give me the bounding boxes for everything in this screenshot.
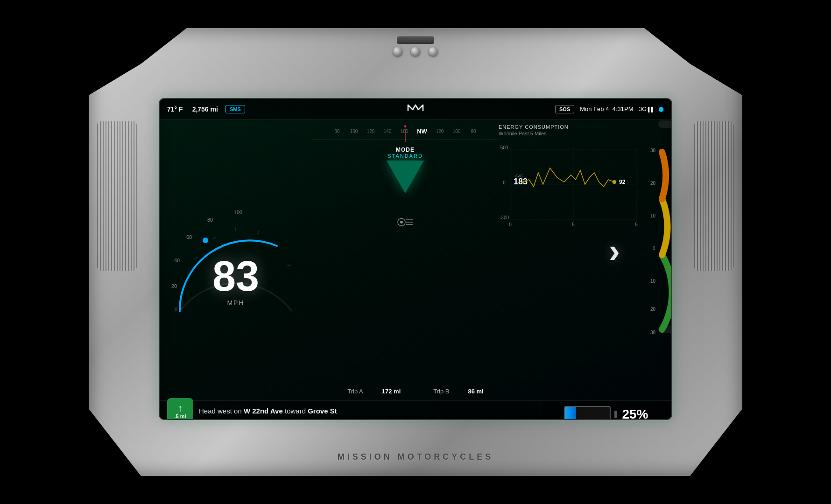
svg-text:30: 30	[650, 148, 656, 153]
trip-a-label: Trip A	[347, 388, 363, 395]
battery-nub	[614, 411, 617, 418]
mode-text: MODE	[396, 147, 415, 153]
next-page-arrow[interactable]: ›	[609, 231, 620, 270]
svg-text:10: 10	[650, 279, 656, 284]
bolt-2	[411, 47, 420, 56]
nav-destination: Grove St	[308, 407, 337, 415]
svg-text:183: 183	[514, 177, 528, 186]
svg-line-10	[212, 238, 216, 239]
top-bolts	[393, 47, 438, 56]
mode-top-label: STANDARD	[387, 153, 423, 159]
nav-distance: .5 mi	[174, 413, 186, 419]
main-content: 0 20 40 60 80 100	[160, 119, 671, 382]
speedometer-arc: 0 20 40 60 80 100	[166, 190, 306, 311]
svg-point-34	[613, 180, 616, 184]
bolt-3	[429, 47, 438, 56]
signal-display: 3G ▌▌	[639, 106, 655, 112]
power-gauge-arc: 30 20 10 0 10 20 30 kW	[625, 115, 671, 339]
svg-text:-300: -300	[500, 215, 509, 220]
drive-mode: STANDARD MODE	[387, 153, 424, 193]
svg-text:40: 40	[174, 258, 180, 263]
nav-primary-text: Head west on W 22nd Ave toward Grove St	[199, 407, 337, 415]
energy-section: ENERGY CONSUMPTION Wh/mile Past 5 Miles …	[499, 119, 671, 382]
svg-text:0: 0	[503, 180, 506, 185]
trip-a-value: 172 mi	[382, 388, 401, 395]
up-arrow-icon: ↑	[178, 403, 183, 413]
top-notch	[397, 36, 434, 44]
trip-b-label: Trip B	[433, 388, 449, 395]
svg-point-16	[400, 221, 403, 224]
nav-primary-instruction: ↑ .5 mi Head west on W 22nd Ave toward G…	[167, 398, 533, 420]
svg-text:10: 10	[650, 213, 656, 218]
sos-badge[interactable]: SOS	[555, 105, 574, 113]
svg-line-14	[287, 265, 291, 266]
nav-mid-text: toward	[283, 407, 308, 415]
svg-text:0: 0	[509, 222, 512, 227]
battery-bar	[564, 406, 611, 420]
date-display: Mon Feb 4 4:31PM	[580, 105, 633, 112]
temperature-display: 71° F	[167, 105, 183, 113]
speedometer-section: 0 20 40 60 80 100	[160, 119, 312, 382]
headlight-icon	[397, 217, 414, 231]
svg-text:60: 60	[186, 234, 192, 240]
nav-instructions: ↑ .5 mi Head west on W 22nd Ave toward G…	[160, 401, 541, 420]
side-grille-right	[694, 121, 734, 271]
brand-label: MISSION MOTORCYCLES	[338, 452, 494, 462]
sms-badge[interactable]: SMS	[225, 105, 245, 113]
middle-section: 80 100 120 140 160 NW 120 100 80 ▼	[312, 119, 499, 382]
svg-text:0: 0	[653, 246, 655, 251]
svg-line-12	[257, 231, 259, 234]
nav-street: W 22nd Ave	[244, 407, 283, 415]
bolt-1	[393, 47, 402, 56]
svg-text:80: 80	[207, 217, 213, 223]
svg-text:5: 5	[572, 222, 575, 227]
speed-unit: MPH	[227, 299, 244, 307]
battery-fill	[565, 407, 576, 420]
dashboard-shell: MISSION MOTORCYCLES 71° F 2,756 mi SMS S…	[89, 28, 742, 476]
svg-line-9	[194, 257, 197, 259]
svg-point-0	[203, 238, 208, 243]
svg-text:30: 30	[650, 330, 656, 335]
svg-text:20: 20	[171, 283, 177, 289]
svg-text:100: 100	[234, 210, 242, 215]
svg-text:0: 0	[175, 307, 177, 312]
side-grille-left	[97, 121, 137, 271]
brand-logo	[406, 103, 425, 115]
nav-pre-text: Head west on	[199, 407, 244, 415]
compass-bar: 80 100 120 140 160 NW 120 100 80 ▼	[312, 123, 499, 140]
compass-direction: NW	[413, 128, 431, 135]
svg-text:20: 20	[650, 307, 656, 312]
speed-value: 83	[212, 255, 259, 297]
trip-b-value: 86 mi	[468, 388, 483, 395]
svg-text:20: 20	[650, 181, 656, 186]
odometer-display: 2,756 mi	[192, 105, 218, 113]
battery-section: 25% Battery Capacity	[541, 401, 671, 420]
status-bar: 71° F 2,756 mi SMS SOS Mon Feb 4 4:31PM …	[160, 99, 671, 119]
battery-percent: 25%	[622, 407, 648, 420]
screen: 71° F 2,756 mi SMS SOS Mon Feb 4 4:31PM …	[159, 98, 672, 420]
svg-text:500: 500	[500, 145, 508, 150]
battery-visual: 25%	[564, 406, 648, 420]
nav-direction-icon: ↑ .5 mi	[167, 398, 193, 420]
bluetooth-icon: ⬢	[658, 105, 664, 113]
bottom-section: ↑ .5 mi Head west on W 22nd Ave toward G…	[160, 400, 671, 420]
